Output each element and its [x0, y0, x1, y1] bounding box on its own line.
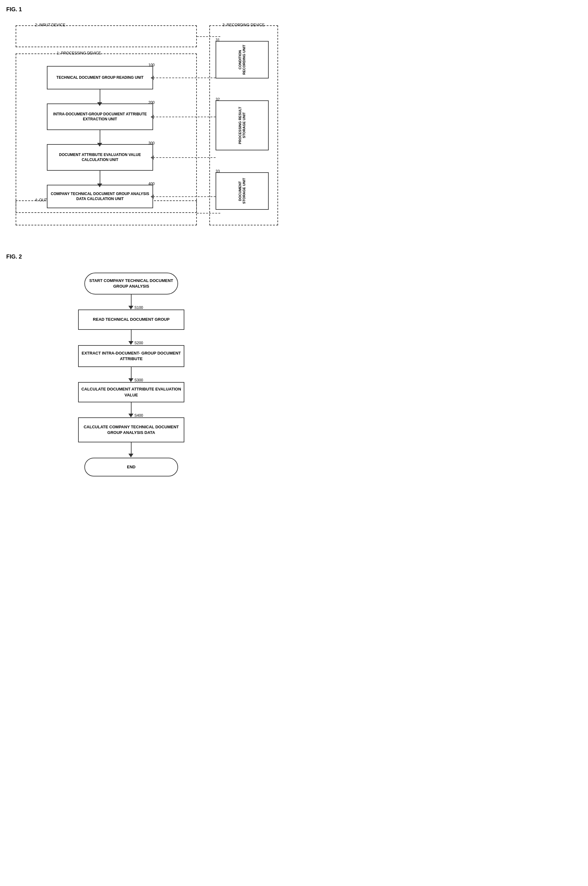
- unit-100-box: TECHNICAL DOCUMENT GROUP READING UNIT: [47, 66, 153, 89]
- unit-400-label: COMPANY TECHNICAL DOCUMENT GROUP ANALYSI…: [48, 192, 153, 202]
- arrow-300-400-head: [97, 184, 102, 187]
- s100-box: READ TECHNICAL DOCUMENT GROUP: [78, 310, 184, 330]
- input-to-unit100-line: [197, 36, 220, 37]
- arrow-s200-s300-head: [128, 378, 134, 382]
- unit-200-box: INTRA-DOCUMENT-GROUP DOCUMENT ATTRIBUTE …: [47, 104, 153, 130]
- ref-33: 33: [216, 169, 220, 173]
- arrow-s400-end-line: [131, 442, 132, 455]
- dashed-32-300: [153, 157, 216, 158]
- fig2-container: START COMPANY TECHNICAL DOCUMENT GROUP A…: [53, 263, 209, 545]
- input-device-label: 2: INPUT DEVICE: [35, 23, 65, 27]
- arrow-start-s100-head: [128, 306, 134, 310]
- arrow-s300-s400-head: [128, 414, 134, 417]
- recording-device-label: 3: RECORDING DEVICE: [222, 23, 265, 27]
- unit-31-box: CONDITION RECORDING UNIT: [216, 41, 269, 78]
- end-label: END: [127, 464, 135, 470]
- s200-ref: S200: [134, 341, 143, 345]
- unit-33-label: DOCUMENT STORAGE UNIT: [238, 173, 246, 209]
- s100-ref: S100: [134, 305, 143, 310]
- s400-ref: S400: [134, 413, 143, 418]
- arrow-200-300-line: [100, 130, 100, 144]
- unit-300-label: DOCUMENT ATTRIBUTE EVALUATION VALUE CALC…: [48, 153, 153, 162]
- arrow-s200-s300-line: [131, 367, 132, 379]
- figure-1-label: FIG. 1: [6, 6, 288, 13]
- arrow-s100-s200-line: [131, 330, 132, 342]
- fig1-container: 2: INPUT DEVICE 1: PROCESSING DEVICE 4: …: [6, 16, 288, 235]
- end-oval: END: [84, 458, 178, 477]
- unit-100-label: TECHNICAL DOCUMENT GROUP READING UNIT: [57, 75, 144, 80]
- s300-ref: S300: [134, 378, 143, 382]
- arrow-32-200-head: [151, 115, 154, 119]
- arrow-s100-s200-head: [128, 341, 134, 345]
- unit400-to-output: [197, 213, 220, 214]
- ref-400: 400: [148, 182, 154, 186]
- figure-2-label: FIG. 2: [6, 254, 288, 260]
- unit-33-box: DOCUMENT STORAGE UNIT: [216, 172, 269, 210]
- processing-device-label: 1: PROCESSING DEVICE: [57, 51, 101, 55]
- ref-200: 200: [148, 100, 154, 105]
- ref-32: 32: [216, 97, 220, 102]
- s100-label: READ TECHNICAL DOCUMENT GROUP: [93, 317, 170, 322]
- ref-31: 31: [216, 38, 220, 42]
- arrow-32-300-head: [151, 155, 154, 160]
- unit-300-box: DOCUMENT ATTRIBUTE EVALUATION VALUE CALC…: [47, 144, 153, 171]
- arrow-start-s100-line: [131, 295, 132, 307]
- unit-31-label: CONDITION RECORDING UNIT: [238, 42, 246, 78]
- arrow-s400-end-head: [128, 454, 134, 457]
- unit-32-box: PROCESSING RESULT STORAGE UNIT: [216, 100, 269, 150]
- arrow-100-200-head: [97, 102, 102, 106]
- arrow-31-100-head: [151, 76, 154, 80]
- unit-400-box: COMPANY TECHNICAL DOCUMENT GROUP ANALYSI…: [47, 185, 153, 208]
- start-label: START COMPANY TECHNICAL DOCUMENT GROUP A…: [85, 278, 177, 289]
- arrow-33-400-head: [151, 194, 154, 199]
- dashed-31-100: [153, 78, 216, 78]
- dashed-32-200: [153, 117, 216, 117]
- arrow-s300-s400-line: [131, 402, 132, 415]
- s400-box: CALCULATE COMPANY TECHNICAL DOCUMENT GRO…: [78, 417, 184, 442]
- arrow-200-300-head: [97, 143, 102, 147]
- arrow-100-200-line: [100, 89, 100, 104]
- ref-100: 100: [148, 63, 154, 67]
- start-oval: START COMPANY TECHNICAL DOCUMENT GROUP A…: [84, 272, 178, 295]
- arrow-300-400-line: [100, 171, 100, 185]
- s300-label: CALCULATE DOCUMENT ATTRIBUTE EVALUATION …: [79, 387, 184, 398]
- unit-200-label: INTRA-DOCUMENT-GROUP DOCUMENT ATTRIBUTE …: [48, 112, 153, 122]
- unit-32-label: PROCESSING RESULT STORAGE UNIT: [238, 101, 246, 150]
- input-device-box: 2: INPUT DEVICE: [16, 25, 197, 47]
- s200-box: EXTRACT INTRA-DOCUMENT- GROUP DOCUMENT A…: [78, 345, 184, 367]
- ref-300: 300: [148, 141, 154, 145]
- dashed-33-400: [153, 196, 216, 197]
- s400-label: CALCULATE COMPANY TECHNICAL DOCUMENT GRO…: [79, 424, 184, 436]
- s300-box: CALCULATE DOCUMENT ATTRIBUTE EVALUATION …: [78, 382, 184, 402]
- s200-label: EXTRACT INTRA-DOCUMENT- GROUP DOCUMENT A…: [79, 350, 184, 362]
